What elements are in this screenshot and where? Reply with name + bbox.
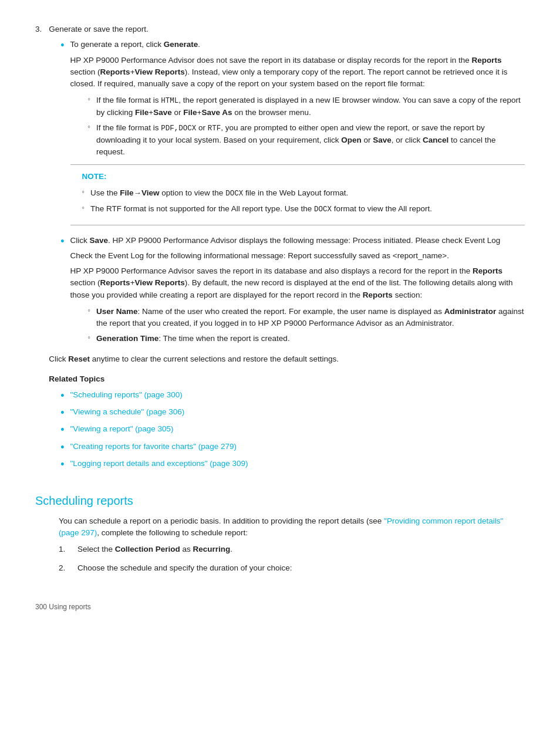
- sched-step2-num: 2.: [59, 562, 70, 578]
- docx-code2: DOCX: [314, 205, 332, 214]
- saveas-bold: Save As: [201, 108, 232, 117]
- bullet-icon-save: •: [60, 235, 64, 349]
- circle-html: ° If the file format is HTML, the report…: [70, 94, 525, 119]
- note-box: NOTE: ° Use the File→View option to view…: [70, 164, 525, 225]
- scheduling-steps: 1. Select the Collection Period as Recur…: [59, 544, 525, 578]
- bullet-list-main: • To generate a report, click Generate. …: [49, 39, 525, 349]
- bullet-icon-generate: •: [60, 39, 64, 231]
- file-view-bold1: File: [120, 188, 133, 197]
- docx-code1: DOCX: [225, 190, 243, 198]
- page-footer-text: 300 Using reports: [35, 603, 91, 611]
- circle-list-save: ° User Name: Name of the user who create…: [70, 306, 525, 345]
- related-link-3[interactable]: "Viewing a report" (page 305): [70, 423, 174, 437]
- bullet-generate: • To generate a report, click Generate. …: [49, 39, 525, 231]
- viewreports-save-bold: View Reports: [135, 278, 185, 287]
- sched-step1: 1. Select the Collection Period as Recur…: [59, 544, 525, 559]
- para-generate-desc: HP XP P9000 Performance Advisor does not…: [70, 55, 525, 90]
- reports-bold2: Reports: [100, 67, 130, 76]
- step3-number: 3.: [35, 23, 42, 475]
- reports-save-bold3: Reports: [363, 291, 393, 299]
- circle-username: ° User Name: Name of the user who create…: [70, 306, 525, 330]
- reports-save-bold2: Reports: [100, 278, 130, 287]
- circle-html-text: If the file format is HTML, the report g…: [96, 94, 525, 119]
- circle-icon-gentime: °: [88, 333, 90, 345]
- bullet-generate-text: To generate a report, click Generate.: [70, 39, 525, 50]
- related-link-2[interactable]: "Viewing a schedule" (page 306): [70, 406, 185, 420]
- circle-gentime-text: Generation Time: The time when the repor…: [96, 333, 290, 345]
- file-bold2: File: [183, 108, 197, 117]
- generate-bold: Generate: [164, 40, 198, 49]
- bullet-generate-before: To generate a report, click: [70, 40, 164, 49]
- sched-step1-num: 1.: [59, 544, 70, 559]
- bullet-save-text: Click Save. HP XP P9000 Performance Advi…: [70, 235, 525, 247]
- username-bold: User Name: [96, 307, 138, 316]
- note-circle-1: °: [82, 187, 85, 200]
- related-topics-list: • "Scheduling reports" (page 300) • "Vie…: [49, 389, 525, 472]
- note-item-1: ° Use the File→View option to view the D…: [82, 187, 525, 200]
- related-item-5: • "Logging report details and exceptions…: [49, 458, 525, 471]
- file-view-bold2: View: [141, 188, 160, 197]
- bullet-save: • Click Save. HP XP P9000 Performance Ad…: [49, 235, 525, 349]
- save-action-bold: Save: [90, 236, 109, 245]
- sched-step1-text: Select the Collection Period as Recurrin…: [77, 544, 232, 555]
- circle-pdf: ° If the file format is PDF,DOCX or RTF,…: [70, 122, 525, 158]
- note-text-2: The RTF format is not supported for the …: [90, 203, 432, 215]
- open-bold: Open: [341, 136, 362, 144]
- related-bullet-2: •: [60, 406, 64, 420]
- related-topics: Related Topics • "Scheduling reports" (p…: [49, 373, 525, 471]
- step3-container: 3. Generate or save the report. • To gen…: [35, 23, 525, 475]
- reports-save-bold1: Reports: [473, 266, 502, 275]
- viewreports-bold: View Reports: [135, 67, 185, 76]
- gentime-bold: Generation Time: [96, 334, 158, 343]
- related-item-1: • "Scheduling reports" (page 300): [49, 389, 525, 403]
- reset-bold: Reset: [68, 355, 90, 363]
- circle-username-text: User Name: Name of the user who created …: [96, 306, 525, 330]
- related-bullet-1: •: [60, 389, 64, 403]
- related-link-1[interactable]: "Scheduling reports" (page 300): [70, 389, 183, 403]
- page-footer: 300 Using reports: [35, 602, 525, 612]
- admin-bold: Administrator: [444, 307, 497, 316]
- related-item-2: • "Viewing a schedule" (page 306): [49, 406, 525, 420]
- note-list: ° Use the File→View option to view the D…: [82, 187, 525, 215]
- circle-icon-pdf: °: [88, 122, 90, 158]
- circle-pdf-text: If the file format is PDF,DOCX or RTF, y…: [96, 122, 525, 158]
- related-link-5[interactable]: "Logging report details and exceptions" …: [70, 458, 248, 471]
- event-log-text: Check the Event Log for the following in…: [70, 250, 525, 262]
- circle-gentime: ° Generation Time: The time when the rep…: [70, 333, 525, 345]
- scheduling-intro: You can schedule a report on a periodic …: [59, 515, 525, 539]
- pdf-code: PDF,DOCX: [161, 124, 196, 133]
- reset-text: Click Reset anytime to clear the current…: [49, 353, 525, 365]
- cancel-bold: Cancel: [423, 136, 448, 144]
- bullet-generate-content: To generate a report, click Generate. HP…: [70, 39, 525, 231]
- scheduling-heading: Scheduling reports: [35, 492, 525, 509]
- step3-text: Generate or save the report.: [49, 23, 525, 35]
- scheduling-section: Scheduling reports You can schedule a re…: [35, 492, 525, 578]
- collection-period-bold: Collection Period: [115, 545, 180, 553]
- note-label: NOTE:: [82, 171, 525, 183]
- para-save-desc: HP XP P9000 Performance Advisor saves th…: [70, 265, 525, 301]
- page-content: 3. Generate or save the report. • To gen…: [35, 23, 525, 612]
- step3-body: Generate or save the report. • To genera…: [49, 23, 525, 475]
- related-bullet-5: •: [60, 458, 64, 471]
- recurring-bold: Recurring: [193, 545, 231, 553]
- rtf-code: RTF: [208, 124, 221, 133]
- html-code: HTML: [161, 97, 178, 105]
- bullet-save-content: Click Save. HP XP P9000 Performance Advi…: [70, 235, 525, 349]
- save-bold2: Save: [373, 136, 392, 144]
- related-bullet-3: •: [60, 423, 64, 437]
- circle-icon-username: °: [88, 306, 90, 330]
- reports-bold1: Reports: [471, 56, 501, 65]
- related-topics-heading: Related Topics: [49, 373, 525, 385]
- circle-icon-html: °: [88, 94, 90, 119]
- common-report-link[interactable]: "Providing common report details" (page …: [59, 517, 503, 537]
- save-bold1: Save: [153, 108, 172, 117]
- note-item-2: ° The RTF format is not supported for th…: [82, 203, 525, 215]
- scheduling-body: You can schedule a report on a periodic …: [35, 515, 525, 578]
- file-bold1: File: [135, 108, 149, 117]
- note-text-1: Use the File→View option to view the DOC…: [90, 187, 348, 200]
- related-item-3: • "Viewing a report" (page 305): [49, 423, 525, 437]
- related-bullet-4: •: [60, 441, 64, 454]
- note-circle-2: °: [82, 203, 85, 215]
- sched-step2-text: Choose the schedule and specify the dura…: [77, 562, 292, 574]
- related-link-4[interactable]: "Creating reports for favorite charts" (…: [70, 441, 237, 454]
